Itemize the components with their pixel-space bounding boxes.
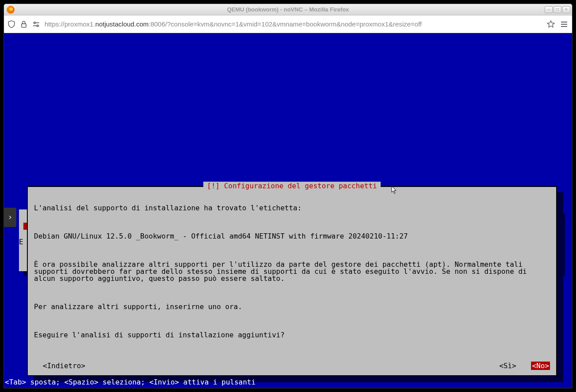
dialog-title: [!] Configurazione del gestore pacchetti bbox=[203, 182, 380, 190]
yes-button[interactable]: <Sì> bbox=[499, 362, 516, 370]
vnc-canvas[interactable]: E [!] Configurazione del gestore pacchet… bbox=[4, 33, 572, 388]
no-button[interactable]: <No> bbox=[531, 362, 550, 370]
dialog-text-4: Per analizzare altri supporti, inserirne… bbox=[34, 303, 550, 310]
installer-dialog: [!] Configurazione del gestore pacchetti… bbox=[27, 186, 557, 376]
minimize-button[interactable]: – bbox=[545, 6, 553, 13]
shield-icon[interactable] bbox=[7, 20, 15, 28]
help-bar: <Tab> sposta; <Spazio> seleziona; <Invio… bbox=[5, 378, 255, 386]
lock-icon[interactable] bbox=[20, 20, 28, 28]
svg-point-1 bbox=[34, 22, 36, 23]
dialog-buttons: <Indietro> <Sì> <No> bbox=[28, 360, 556, 370]
back-button[interactable]: <Indietro> bbox=[43, 362, 85, 370]
window-title: QEMU (bookworm) - noVNC – Mozilla Firefo… bbox=[4, 6, 572, 13]
dialog-body: L'analisi del supporto di installazione … bbox=[28, 189, 556, 360]
background-dialog-text: E bbox=[19, 238, 23, 246]
svg-point-2 bbox=[37, 25, 39, 26]
permissions-icon[interactable] bbox=[32, 20, 40, 28]
url-text[interactable]: https://proxmox1.notjustacloud.com:8006/… bbox=[45, 20, 542, 28]
firefox-window: QEMU (bookworm) - noVNC – Mozilla Firefo… bbox=[4, 4, 572, 388]
url-prefix: https://proxmox1. bbox=[45, 20, 95, 28]
window-controls: – □ × bbox=[545, 6, 570, 13]
dialog-text-2: Debian GNU/Linux 12.5.0 _Bookworm_ - Off… bbox=[34, 233, 550, 240]
novnc-handle[interactable] bbox=[4, 208, 16, 227]
close-button[interactable]: × bbox=[562, 6, 570, 13]
menu-icon[interactable] bbox=[560, 20, 569, 29]
bookmark-star-icon[interactable] bbox=[546, 20, 555, 29]
dialog-text-1: L'analisi del supporto di installazione … bbox=[34, 205, 550, 212]
url-domain: notjustacloud.com bbox=[95, 20, 149, 28]
dialog-text-3: È ora possibile analizzare altri support… bbox=[34, 261, 550, 282]
maximize-button[interactable]: □ bbox=[554, 6, 561, 13]
window-titlebar: QEMU (bookworm) - noVNC – Mozilla Firefo… bbox=[4, 4, 572, 15]
firefox-icon bbox=[7, 6, 15, 14]
svg-rect-0 bbox=[22, 23, 26, 27]
dialog-text-5: Eseguire l'analisi di supporti di instal… bbox=[34, 332, 550, 339]
address-bar: https://proxmox1.notjustacloud.com:8006/… bbox=[4, 15, 572, 33]
url-suffix: :8006/?console=kvm&novnc=1&vmid=102&vmna… bbox=[149, 20, 422, 28]
